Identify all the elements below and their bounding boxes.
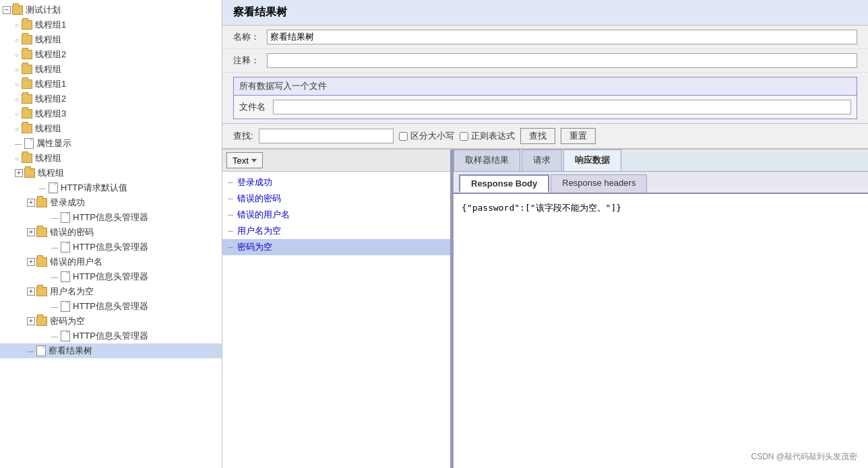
result-dash: ─ xyxy=(228,227,233,235)
expand-icon[interactable]: + xyxy=(27,317,35,325)
sidebar-item-t5[interactable]: ○线程组1 xyxy=(0,77,222,92)
sidebar-item-t2[interactable]: ○线程组 xyxy=(0,32,222,47)
result-item[interactable]: ─密码为空 xyxy=(222,239,450,255)
sidebar-item-t21[interactable]: +密码为空 xyxy=(0,314,222,329)
sidebar-item-t11[interactable]: +线程组 xyxy=(0,166,222,180)
tree-item-label: HTTP信息头管理器 xyxy=(73,211,148,224)
folder-icon xyxy=(22,124,32,133)
connector-dot: ○ xyxy=(15,110,19,118)
sidebar-item-t20[interactable]: —HTTP信息头管理器 xyxy=(0,299,222,314)
case-sensitive-label[interactable]: 区分大小写 xyxy=(399,130,454,142)
results-list: ─登录成功─错误的密码─错误的用户名─用户名为空─密码为空 xyxy=(222,172,450,468)
sidebar-item-t1[interactable]: ○线程组1 xyxy=(0,18,222,32)
tab-sampler[interactable]: 取样器结果 xyxy=(454,149,520,171)
tab-request[interactable]: 请求 xyxy=(522,149,562,171)
regex-label[interactable]: 正则表达式 xyxy=(460,130,515,142)
name-row: 名称： xyxy=(222,26,868,49)
sidebar-item-t18[interactable]: —HTTP信息头管理器 xyxy=(0,269,222,284)
response-content: {"password":["该字段不能为空。"]} xyxy=(454,194,868,468)
result-item[interactable]: ─登录成功 xyxy=(222,174,450,191)
tab-response[interactable]: 响应数据 xyxy=(563,149,621,171)
search-label: 查找: xyxy=(233,130,253,142)
dropdown-arrow-icon xyxy=(251,159,257,162)
comment-input[interactable] xyxy=(267,53,857,68)
expand-icon[interactable]: + xyxy=(27,199,35,207)
folder-icon xyxy=(36,228,47,237)
filename-input[interactable] xyxy=(273,100,851,114)
regex-text: 正则表达式 xyxy=(471,130,515,142)
connector-dot: ○ xyxy=(15,96,19,103)
sidebar-item-t23[interactable]: —察看结果树 xyxy=(0,343,222,358)
expand-icon[interactable]: − xyxy=(3,6,11,14)
connector-dot: ○ xyxy=(15,155,19,162)
panel-toolbar: Text xyxy=(222,149,450,172)
tree-item-label: 登录成功 xyxy=(50,197,85,209)
folder-icon xyxy=(22,94,32,104)
text-dropdown[interactable]: Text xyxy=(226,152,263,168)
form-title: 察看结果树 xyxy=(222,0,868,26)
result-dash: ─ xyxy=(228,243,233,251)
tree-item-label: HTTP信息头管理器 xyxy=(73,271,148,283)
sidebar-item-t19[interactable]: +用户名为空 xyxy=(0,284,222,299)
regex-checkbox[interactable] xyxy=(460,132,468,141)
sidebar-item-t17[interactable]: +错误的用户名 xyxy=(0,255,222,269)
connector-dot: ○ xyxy=(15,81,19,88)
sidebar-item-t15[interactable]: +错误的密码 xyxy=(0,225,222,240)
result-dash: ─ xyxy=(228,211,233,219)
sidebar-item-t4[interactable]: ○线程组 xyxy=(0,62,222,77)
connector-line: — xyxy=(51,244,58,251)
folder-icon xyxy=(22,154,32,163)
section-title: 所有数据写入一个文件 xyxy=(234,77,857,96)
search-input[interactable] xyxy=(259,129,394,143)
find-button[interactable]: 查找 xyxy=(520,128,555,144)
expand-icon[interactable]: + xyxy=(27,288,35,296)
sidebar-item-t7[interactable]: ○线程组3 xyxy=(0,106,222,121)
expand-icon[interactable]: + xyxy=(27,258,35,266)
file-icon xyxy=(49,182,58,193)
tree-item-label: 察看结果树 xyxy=(49,345,92,357)
sidebar-item-t3[interactable]: ○线程组2 xyxy=(0,47,222,62)
result-item[interactable]: ─错误的用户名 xyxy=(222,207,450,223)
folder-icon xyxy=(22,109,32,119)
tree-item-label: HTTP信息头管理器 xyxy=(73,241,148,253)
sidebar-item-t16[interactable]: —HTTP信息头管理器 xyxy=(0,240,222,255)
file-icon xyxy=(61,331,70,341)
result-label: 登录成功 xyxy=(237,176,272,189)
case-sensitive-checkbox[interactable] xyxy=(399,132,408,141)
expand-icon[interactable]: + xyxy=(15,169,23,177)
tree-item-label: 密码为空 xyxy=(50,315,85,327)
sidebar-item-t10[interactable]: ○线程组 xyxy=(0,151,222,166)
expand-icon[interactable]: + xyxy=(27,228,35,236)
sub-tab-headers[interactable]: Response headers xyxy=(551,174,647,193)
sub-tab-body[interactable]: Response Body xyxy=(459,174,549,193)
sidebar-item-t6[interactable]: ○线程组2 xyxy=(0,92,222,106)
tree-item-label: 线程组 xyxy=(35,152,61,164)
result-item[interactable]: ─错误的密码 xyxy=(222,191,450,207)
connector-dot: ○ xyxy=(15,125,19,133)
sidebar-item-t9[interactable]: —属性显示 xyxy=(0,136,222,151)
tree-item-label: 线程组2 xyxy=(35,48,66,61)
sidebar-item-t8[interactable]: ○线程组 xyxy=(0,121,222,136)
result-item[interactable]: ─用户名为空 xyxy=(222,223,450,239)
sub-tabs-row: Response BodyResponse headers xyxy=(454,172,868,194)
file-icon xyxy=(61,242,70,253)
search-bar: 查找: 区分大小写 正则表达式 查找 重置 xyxy=(222,124,868,149)
sidebar-item-t22[interactable]: —HTTP信息头管理器 xyxy=(0,329,222,343)
form-area: 察看结果树 名称： 注释： 所有数据写入一个文件 文件名 xyxy=(222,0,868,124)
tree-item-label: 属性显示 xyxy=(36,137,71,149)
sidebar-item-t14[interactable]: —HTTP信息头管理器 xyxy=(0,210,222,225)
sidebar-item-root[interactable]: −测试计划 xyxy=(0,3,222,18)
tree-item-label: 线程组 xyxy=(35,34,61,46)
reset-button[interactable]: 重置 xyxy=(561,128,596,144)
connector-line: — xyxy=(51,273,58,281)
name-input[interactable] xyxy=(267,30,857,44)
tree-item-label: 线程组1 xyxy=(35,19,66,31)
tree-item-label: 线程组 xyxy=(35,123,61,135)
file-icon xyxy=(61,212,70,223)
sidebar-item-t13[interactable]: +登录成功 xyxy=(0,195,222,210)
tabs-row: 取样器结果请求响应数据 xyxy=(454,149,868,172)
sidebar-item-t12[interactable]: —HTTP请求默认值 xyxy=(0,180,222,195)
connector-dot: ○ xyxy=(15,66,19,73)
file-icon xyxy=(61,301,70,312)
tree-item-label: 线程组1 xyxy=(35,78,66,90)
